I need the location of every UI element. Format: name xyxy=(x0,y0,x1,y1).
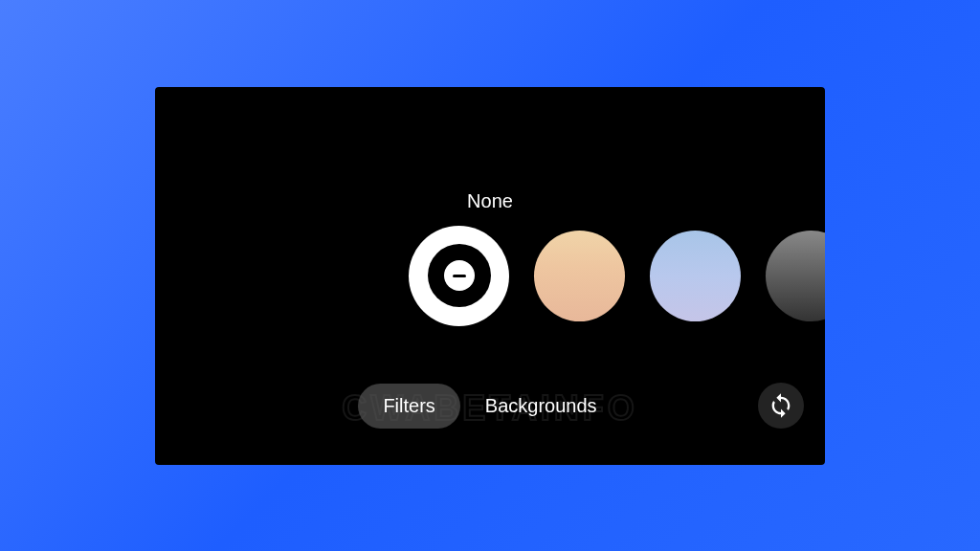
camera-filter-window: None CWABETAINFO Filters Backgrounds xyxy=(155,87,825,465)
mode-toggle-group: Filters Backgrounds xyxy=(358,384,621,429)
filter-option-cool[interactable] xyxy=(650,231,741,321)
filter-option-warm[interactable] xyxy=(534,231,625,321)
minus-icon xyxy=(453,275,466,277)
bottom-controls: Filters Backgrounds xyxy=(155,384,825,429)
filter-option-none[interactable] xyxy=(409,226,509,326)
filter-none-ring xyxy=(428,244,491,307)
filter-none-center xyxy=(444,260,475,291)
refresh-icon xyxy=(768,392,794,419)
camera-flip-button[interactable] xyxy=(758,383,804,429)
backgrounds-tab[interactable]: Backgrounds xyxy=(460,384,622,429)
selected-filter-label: None xyxy=(467,190,513,212)
filter-option-bw[interactable] xyxy=(766,231,825,321)
filters-tab[interactable]: Filters xyxy=(358,384,459,429)
filters-row xyxy=(409,226,825,326)
